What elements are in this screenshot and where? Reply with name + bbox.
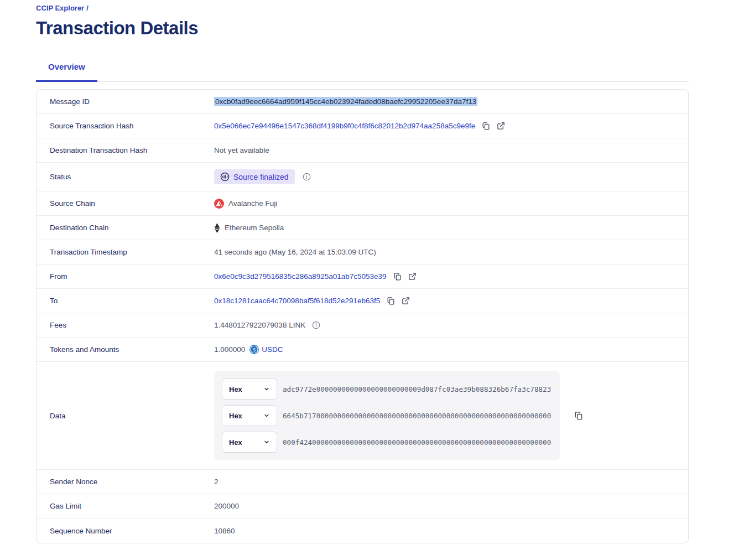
- tokens-amounts-label: Tokens and Amounts: [50, 345, 214, 354]
- sender-nonce-value: 2: [214, 478, 219, 486]
- gas-limit-label: Gas Limit: [50, 502, 214, 510]
- dest-chain-value: Ethereum Sepolia: [225, 224, 284, 232]
- data-hex-line-1: adc9772e0000000000000000000000009d087fc0…: [283, 385, 552, 393]
- ethereum-sepolia-icon: [214, 223, 220, 233]
- breadcrumb: CCIP Explorer/: [36, 4, 689, 12]
- source-chain-value: Avalanche Fuji: [228, 199, 277, 208]
- row-gas-limit: Gas Limit 200000: [37, 494, 688, 518]
- source-finalized-icon: [220, 172, 230, 182]
- usdc-token-link[interactable]: USDC: [262, 345, 283, 354]
- from-label: From: [50, 272, 214, 281]
- status-badge-text: Source finalized: [233, 173, 289, 182]
- row-status: Status Source finalized: [37, 163, 688, 191]
- row-to: To 0x18c1281caac64c70098baf5f618d52e291e…: [37, 289, 688, 313]
- transaction-details-card: Message ID 0xcb0fad9eec6664ad959f145cc4e…: [36, 89, 689, 543]
- row-message-id: Message ID 0xcb0fad9eec6664ad959f145cc4e…: [37, 90, 688, 114]
- status-label: Status: [50, 173, 214, 181]
- row-from: From 0x6e0c9c3d279516835c286a8925a01ab7c…: [37, 265, 688, 289]
- status-info-icon[interactable]: [303, 173, 311, 181]
- sender-nonce-label: Sender Nonce: [50, 478, 214, 486]
- sequence-number-label: Sequence Number: [50, 527, 214, 535]
- copy-icon[interactable]: [393, 272, 402, 281]
- fees-label: Fees: [50, 321, 214, 329]
- data-format-select-value: Hex: [229, 412, 242, 420]
- data-line: Hex adc9772e0000000000000000000000009d08…: [222, 378, 552, 400]
- copy-icon[interactable]: [482, 122, 490, 131]
- row-source-tx-hash: Source Transaction Hash 0x5e066ec7e94496…: [37, 114, 688, 138]
- source-tx-hash-label: Source Transaction Hash: [50, 122, 214, 130]
- tab-overview[interactable]: Overview: [36, 62, 97, 82]
- breadcrumb-separator: /: [86, 4, 89, 12]
- row-sequence-number: Sequence Number 10860: [37, 518, 688, 543]
- external-link-icon[interactable]: [497, 122, 505, 130]
- breadcrumb-ccip-explorer-link[interactable]: CCIP Explorer: [36, 4, 84, 12]
- data-hex-line-3: 000f424000000000000000000000000000000000…: [283, 438, 552, 447]
- data-format-select[interactable]: Hex: [222, 405, 277, 426]
- data-line: Hex 6645b7170000000000000000000000000000…: [222, 405, 552, 426]
- sequence-number-value: 10860: [214, 527, 235, 535]
- transaction-details-page: CCIP Explorer/ Transaction Details Overv…: [0, 0, 749, 560]
- external-link-icon[interactable]: [402, 297, 410, 305]
- source-chain-label: Source Chain: [50, 199, 214, 208]
- page-title: Transaction Details: [36, 18, 689, 39]
- to-label: To: [50, 297, 214, 305]
- from-address-link[interactable]: 0x6e0c9c3d279516835c286a8925a01ab7c5053e…: [214, 272, 387, 281]
- row-dest-chain: Destination Chain Ethereum Sepolia: [37, 216, 688, 240]
- message-id-label: Message ID: [50, 97, 214, 106]
- dest-tx-hash-value: Not yet available: [214, 146, 269, 154]
- data-line: Hex 000f42400000000000000000000000000000…: [222, 432, 552, 453]
- row-tokens-amounts: Tokens and Amounts 1.000000 $ USDC: [37, 338, 688, 362]
- data-format-select[interactable]: Hex: [222, 432, 277, 453]
- gas-limit-value: 200000: [214, 502, 239, 510]
- chevron-down-icon: [263, 412, 270, 419]
- source-tx-hash-link[interactable]: 0x5e066ec7e94496e1547c368df4199b9f0c4f8f…: [214, 122, 475, 130]
- timestamp-value: 41 seconds ago (May 16, 2024 at 15:03:09…: [214, 248, 376, 256]
- tab-bar: Overview: [36, 62, 689, 82]
- data-format-select-value: Hex: [229, 385, 242, 393]
- fees-info-icon[interactable]: [312, 321, 320, 329]
- data-format-select-value: Hex: [229, 438, 242, 447]
- row-source-chain: Source Chain Avalanche Fuji: [37, 191, 688, 216]
- copy-data-icon[interactable]: [574, 411, 583, 421]
- svg-text:$: $: [253, 347, 256, 352]
- chevron-down-icon: [263, 439, 270, 445]
- avalanche-fuji-icon: [214, 199, 224, 209]
- message-id-value: 0xcb0fad9eec6664ad959f145cc4eb023924fade…: [214, 97, 477, 106]
- row-fees: Fees 1.4480127922079038 LINK: [37, 313, 688, 338]
- dest-chain-label: Destination Chain: [50, 224, 214, 232]
- status-badge: Source finalized: [214, 169, 295, 184]
- data-format-select[interactable]: Hex: [222, 378, 277, 400]
- usdc-icon: $: [249, 345, 259, 354]
- to-address-link[interactable]: 0x18c1281caac64c70098baf5f618d52e291eb63…: [214, 297, 380, 305]
- chevron-down-icon: [263, 386, 270, 392]
- dest-tx-hash-label: Destination Transaction Hash: [50, 146, 214, 154]
- data-panel: Hex adc9772e0000000000000000000000009d08…: [214, 371, 560, 460]
- row-dest-tx-hash: Destination Transaction Hash Not yet ava…: [37, 138, 688, 163]
- external-link-icon[interactable]: [408, 272, 417, 281]
- data-label: Data: [50, 412, 214, 420]
- timestamp-label: Transaction Timestamp: [50, 248, 214, 256]
- fees-value: 1.4480127922079038 LINK: [214, 321, 305, 329]
- copy-icon[interactable]: [387, 297, 395, 305]
- row-sender-nonce: Sender Nonce 2: [37, 470, 688, 494]
- row-data: Data Hex adc9772e00000000000000000000000…: [37, 362, 688, 470]
- token-amount: 1.000000: [214, 345, 245, 354]
- data-hex-line-2: 6645b71700000000000000000000000000000000…: [283, 412, 552, 420]
- row-timestamp: Transaction Timestamp 41 seconds ago (Ma…: [37, 240, 688, 265]
